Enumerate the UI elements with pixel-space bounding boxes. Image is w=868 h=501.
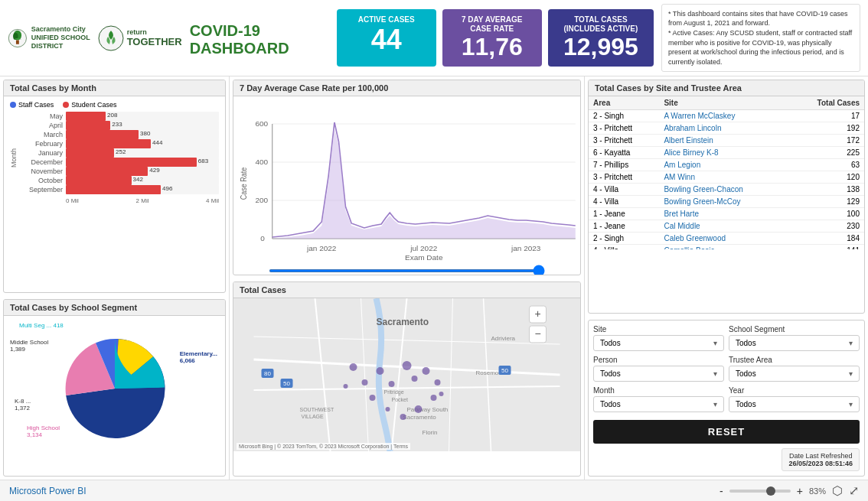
monthly-chart-panel: Total Cases by Month Staff Cases Student… — [3, 80, 226, 293]
pie-chart-svg — [46, 324, 184, 446]
table-row: 1 - Jeane Cal Middle 230 — [589, 220, 864, 233]
bar-fill — [66, 112, 106, 121]
chart-range-slider[interactable] — [269, 269, 545, 272]
cell-site: Bret Harte — [659, 208, 788, 220]
site-filter-select[interactable]: Todos ▾ — [593, 335, 724, 351]
scusd-text: Sacramento CityUNIFIED SCHOOL DISTRICT — [31, 25, 91, 50]
trustee-area-select[interactable]: Todos ▾ — [729, 366, 860, 382]
chart-legend: Staff Cases Student Cases — [10, 101, 219, 109]
site-filter-label: Site — [593, 325, 724, 333]
bar-month-label: March — [21, 131, 63, 138]
y-tick-600: 600 — [255, 119, 268, 127]
cell-cases: 138 — [788, 184, 864, 196]
header: Sacramento CityUNIFIED SCHOOL DISTRICT r… — [0, 0, 868, 76]
bar-month-label: September — [21, 186, 63, 194]
date-refreshed-label: Date Last Refreshed — [788, 452, 853, 460]
zoom-plus[interactable]: + — [794, 485, 806, 497]
cell-cases: 17 — [788, 110, 864, 122]
zoom-control: - + 83% — [716, 485, 826, 497]
avg-case-rate-card: 7 DAY AVERAGE CASE RATE 11,76 — [442, 9, 542, 67]
filters-panel: Site Todos ▾ School Segment Todos ▾ — [588, 320, 865, 477]
stat-cards: ACTIVE CASES 44 7 DAY AVERAGE CASE RATE … — [337, 9, 654, 67]
cell-area: 3 - Pritchett — [589, 171, 659, 184]
avg-rate-chart-panel: 7 Day Average Case Rate per 100,000 Case… — [233, 80, 581, 275]
table-row: 6 - Kayatta Alice Birney K-8 225 — [589, 147, 864, 159]
active-cases-value: 44 — [349, 24, 424, 55]
date-refreshed-value: 26/05/2023 08:51:46 — [788, 460, 853, 467]
pie-chart-area: Multi Seg ... 418 Middle School1,389 Ele… — [4, 316, 225, 454]
bar-row: October 342 — [21, 176, 219, 185]
zoom-minus[interactable]: - — [716, 485, 726, 497]
segment-chart-title: Total Cases by School Segment — [4, 300, 225, 316]
cases-table: Area Site Total Cases 2 - Singh A Warren… — [589, 96, 864, 249]
bar-row: March 380 — [21, 130, 219, 139]
zoom-slider[interactable] — [729, 490, 791, 493]
map-dot-2 — [362, 379, 368, 386]
year-filter-value: Todos — [736, 400, 756, 408]
info-box: * This dashboard contains sites that hav… — [661, 4, 860, 73]
cases-table-scroll[interactable]: Area Site Total Cases 2 - Singh A Warren… — [589, 96, 864, 249]
table-row: 4 - Villa Bowling Green-McCoy 129 — [589, 196, 864, 208]
cases-table-panel: Total Cases by Site and Trustee Area Are… — [588, 80, 865, 314]
reset-button[interactable]: RESET — [593, 420, 860, 444]
map-zoom-in-icon[interactable]: + — [534, 307, 540, 320]
bar-month-label: January — [21, 149, 63, 157]
cell-area: 6 - Kayatta — [589, 147, 659, 159]
school-segment-select[interactable]: Todos ▾ — [729, 335, 860, 351]
legend-student-dot — [63, 102, 69, 108]
x-axis-label: Exam Date — [405, 253, 442, 260]
cell-area: 4 - Villa — [589, 196, 659, 208]
x-label-0: 0 Mil — [66, 197, 79, 204]
bar-month-label: May — [21, 112, 63, 120]
filters-grid: Site Todos ▾ School Segment Todos ▾ — [589, 320, 864, 417]
x-label-4: 4 Mil — [206, 197, 219, 204]
year-filter-select[interactable]: Todos ▾ — [729, 396, 860, 412]
cell-site: Cal Middle — [659, 220, 788, 233]
bar-fill — [66, 130, 139, 139]
expand-icon[interactable]: ⤢ — [849, 483, 859, 498]
table-row: 4 - Villa Bowling Green-Chacon 138 — [589, 184, 864, 196]
bar-fill — [66, 139, 151, 148]
map-label-village: VILLAGE — [302, 414, 325, 419]
pie-label-elementary: Elementary...6,066 — [180, 350, 217, 364]
bar-row: December 683 — [21, 158, 219, 167]
cell-cases: 172 — [788, 135, 864, 147]
zoom-thumb — [766, 486, 775, 496]
person-arrow: ▾ — [713, 369, 717, 378]
total-cases-label: TOTAL CASES (INCLUDES ACTIVE) — [560, 15, 641, 34]
map-svg: Sacramento Adriviera Rosemont SOUTHWEST … — [233, 298, 580, 451]
bar-fill — [66, 121, 110, 130]
monthly-chart-content: Staff Cases Student Cases Month May — [4, 96, 225, 209]
map-label-sw: SOUTHWEST — [300, 407, 334, 412]
bar-chart: May 208 April 233 March 380 February 444 — [21, 112, 219, 204]
map-dot-6 — [412, 376, 418, 382]
cell-cases: 192 — [788, 122, 864, 135]
bar-container: 429 — [66, 167, 219, 176]
map-label-adriviera: Adriviera — [491, 335, 516, 342]
bar-container: 496 — [66, 185, 219, 194]
year-filter: Year Todos ▾ — [729, 386, 860, 412]
total-cases-value: 12,995 — [560, 34, 641, 60]
line-chart-path — [272, 122, 576, 237]
bar-container: 683 — [66, 158, 219, 167]
map-dot-1 — [350, 363, 357, 371]
bar-container: 380 — [66, 130, 219, 139]
map-zoom-out-icon[interactable]: − — [534, 327, 540, 340]
map-label-pritridge: Pritridge — [384, 389, 404, 395]
bar-value-label: 444 — [151, 139, 162, 146]
line-chart-area: Case Rate 0 200 400 600 — [233, 96, 580, 265]
y-tick-0: 0 — [260, 234, 265, 242]
bar-month-label: November — [21, 168, 63, 175]
cell-area: 4 - Villa — [589, 245, 659, 250]
legend-staff-dot — [10, 102, 16, 108]
y-axis-label: Month — [10, 112, 21, 204]
month-filter-select[interactable]: Todos ▾ — [593, 396, 724, 412]
cases-table-body: 2 - Singh A Warren McClaskey 17 3 - Prit… — [589, 110, 864, 250]
share-icon[interactable]: ⬡ — [832, 483, 843, 498]
chart-slider[interactable] — [237, 264, 577, 275]
map-road-50: 50 — [283, 380, 290, 387]
person-filter-select[interactable]: Todos ▾ — [593, 366, 724, 382]
table-row: 4 - Villa Camellia Basic 141 — [589, 245, 864, 250]
cell-site: Caleb Greenwood — [659, 233, 788, 245]
powerbi-link[interactable]: Microsoft Power BI — [9, 486, 86, 496]
